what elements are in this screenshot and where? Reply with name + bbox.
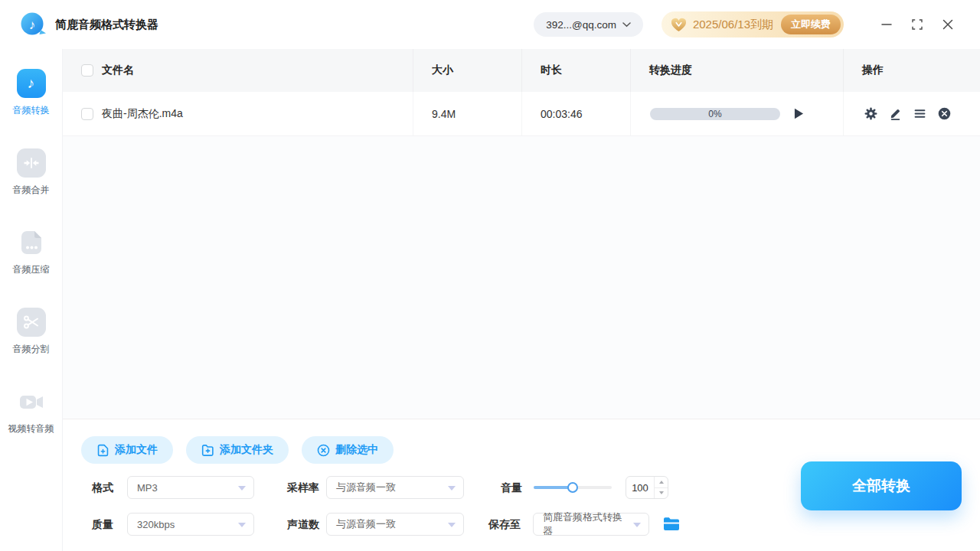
sidebar-item-label: 音频分割 [13,343,50,356]
svg-text:♪: ♪ [29,18,36,32]
sidebar: ♪ 音频转换 音频合并 音频压缩 [0,49,63,551]
format-label: 格式 [92,476,113,499]
close-button[interactable] [933,9,963,40]
app-title: 简鹿音频格式转换器 [55,18,158,32]
row-checkbox[interactable] [81,108,93,120]
format-value: MP3 [137,482,158,494]
main-area: 文件名 大小 时长 转换进度 操作 夜曲-周杰伦.m4a 9.4M 00:03:… [63,49,980,551]
scissors-icon [17,308,46,337]
account-dropdown[interactable]: 392...@qq.com [534,12,643,37]
quality-select[interactable]: 320kbps [127,513,254,536]
close-circle-icon [938,107,951,120]
add-folder-icon [201,444,214,457]
save-to-select[interactable]: 简鹿音频格式转换器 [533,513,649,536]
save-to-label: 保存至 [488,513,521,536]
sidebar-item-label: 音频合并 [13,184,50,197]
channels-select[interactable]: 与源音频一致 [326,513,464,536]
volume-value-field[interactable] [626,477,654,498]
column-header-duration: 时长 [541,64,562,77]
app-window: ♪ 简鹿音频格式转换器 392...@qq.com 2025/06/13到期 立… [0,0,980,551]
sidebar-item-audio-merge[interactable]: 音频合并 [0,148,62,228]
topbar: ♪ 简鹿音频格式转换器 392...@qq.com 2025/06/13到期 立… [0,0,980,49]
play-button[interactable] [792,108,805,120]
sidebar-item-audio-convert[interactable]: ♪ 音频转换 [0,69,62,148]
account-email: 392...@qq.com [546,19,616,31]
spinner-down-button[interactable] [655,488,668,499]
volume-spinners [654,477,668,498]
volume-input [626,476,668,499]
sidebar-item-audio-split[interactable]: 音频分割 [0,308,62,387]
volume-slider[interactable] [534,476,612,499]
arrow-down-icon [659,491,664,494]
file-duration: 00:03:46 [541,108,583,120]
sidebar-item-audio-compress[interactable]: 音频压缩 [0,228,62,308]
sample-rate-select[interactable]: 与源音频一致 [326,476,464,499]
vip-expiry-date: 2025/06/13到期 [693,18,773,32]
gear-icon [864,107,877,120]
sidebar-item-label: 音频转换 [13,104,50,117]
convert-all-button[interactable]: 全部转换 [801,461,962,510]
table-row: 夜曲-周杰伦.m4a 9.4M 00:03:46 0% [63,92,980,136]
folder-icon [663,517,680,532]
window-controls [871,9,963,40]
add-file-button[interactable]: 添加文件 [81,436,173,464]
compress-file-icon [17,228,46,257]
delete-selected-button[interactable]: 删除选中 [302,436,394,464]
progress-bar: 0% [650,108,780,120]
video-camera-icon [17,387,46,416]
sidebar-item-label: 音频压缩 [13,263,50,276]
close-icon [942,19,953,30]
sample-rate-label: 采样率 [287,476,319,499]
file-actions: 添加文件 添加文件夹 删除选中 [81,436,394,464]
table-header: 文件名 大小 时长 转换进度 操作 [63,49,980,92]
caret-down-icon [238,486,246,491]
chevron-down-icon [622,22,631,28]
spinner-up-button[interactable] [655,477,668,488]
open-folder-button[interactable] [663,517,680,532]
sidebar-item-video-to-audio[interactable]: 视频转音频 [0,387,62,467]
caret-down-icon [448,523,456,527]
vip-status-badge: 2025/06/13到期 立即续费 [662,11,844,37]
caret-down-icon [238,523,246,527]
maximize-icon [912,19,923,30]
column-header-size: 大小 [432,64,453,77]
progress-percent: 0% [708,109,721,119]
select-all-checkbox[interactable] [81,64,93,77]
sample-rate-value: 与源音频一致 [336,481,396,494]
renew-now-button[interactable]: 立即续费 [781,15,841,34]
sidebar-item-label: 视频转音频 [8,422,54,435]
merge-arrows-icon [17,148,46,178]
channels-value: 与源音频一致 [336,517,396,531]
delete-circle-icon [317,444,330,457]
column-header-filename: 文件名 [102,64,134,77]
vip-crown-icon [671,18,687,32]
minimize-button[interactable] [871,9,902,40]
rename-button[interactable] [889,107,902,120]
file-list-empty-area [63,136,980,419]
play-icon [794,108,804,119]
quality-value: 320kbps [137,519,175,530]
music-note-icon: ♪ [17,69,46,98]
add-folder-button[interactable]: 添加文件夹 [186,436,289,464]
menu-lines-icon [913,107,926,120]
arrow-up-icon [659,481,664,484]
pencil-icon [889,107,902,120]
volume-label: 音量 [501,476,522,499]
slider-handle[interactable] [567,482,578,493]
channels-label: 声道数 [287,513,319,536]
column-header-progress: 转换进度 [649,64,692,77]
format-select[interactable]: MP3 [127,476,254,499]
app-logo-icon: ♪ [20,11,47,37]
file-size: 9.4M [432,108,456,120]
column-header-operations: 操作 [862,64,884,77]
details-button[interactable] [913,107,926,120]
minimize-icon [881,19,892,30]
file-name: 夜曲-周杰伦.m4a [102,107,183,121]
bottom-panel: 添加文件 添加文件夹 删除选中 格式 [63,419,980,551]
delete-selected-label: 删除选中 [335,443,378,457]
maximize-button[interactable] [902,9,933,40]
remove-button[interactable] [938,107,951,120]
caret-down-icon [448,486,456,491]
settings-button[interactable] [864,107,877,120]
save-to-value: 简鹿音频格式转换器 [543,510,632,538]
